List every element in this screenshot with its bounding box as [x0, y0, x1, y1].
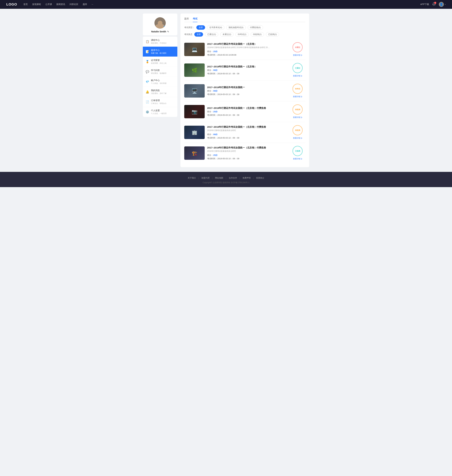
nav-item-discover[interactable]: 发现课程: [32, 3, 41, 6]
menu-text-settings: 个人设置 个人信息、一键管理: [151, 109, 174, 115]
sidebar-item-course-center[interactable]: 📋 课程中心 精彩课程，不容错过: [143, 37, 177, 47]
menu-sub-settings: 个人信息、一键管理: [151, 112, 174, 115]
exam-thumb-6: [184, 146, 205, 160]
status-filter-btn-4[interactable]: 待批阅(2): [251, 32, 264, 37]
exam-right-4: 待批阅 查看详情 ❯: [290, 104, 306, 119]
exam-item-3: 2017–2018年行测证件考试全国统一 得分：99分 考试时间：2019-05…: [184, 81, 306, 101]
exam-score-2: 得分：99分: [207, 69, 287, 72]
tab-bank[interactable]: 题库: [184, 17, 189, 22]
sidebar-menu: 📋 课程中心 精彩课程，不容错过 📝 题库中心 海量习题，助力通关 🏅 证书荣誉…: [143, 37, 177, 117]
exam-detail-link-4[interactable]: 查看详情 ❯: [293, 116, 302, 119]
exam-title-4: 2017–2018年行测证件考试全国统一（北京卷）付费批卷: [207, 107, 287, 110]
exam-detail-link-5[interactable]: 查看详情 ❯: [293, 137, 302, 140]
exam-info-1: 2017–2018年行测证件考试全国统一（北京卷） 2018年行测考试是最值得多…: [207, 43, 287, 56]
nav-item-news[interactable]: 新闻资讯: [56, 3, 65, 6]
status-filter-btn-2[interactable]: 未通过(2): [220, 32, 233, 37]
exam-right-3: 待考试 查看详情 ❯: [290, 84, 306, 98]
menu-sub-question-center: 海量习题，助力通关: [151, 52, 174, 54]
menu-label-course-center: 课程中心: [151, 39, 174, 42]
menu-label-question-center: 题库中心: [151, 49, 174, 52]
menu-text-account-center: 账户中心 个人权益、实时掌握: [151, 79, 174, 84]
nav-item-opencourse[interactable]: 公开课: [45, 3, 52, 6]
sidebar-item-orders[interactable]: 📄 订单管理 订单支出、明明白白: [143, 97, 177, 107]
footer-copyright: Copyright© 云朵商学院 版权所有 京ICP备17051340号-1: [3, 181, 449, 184]
exam-item-5: 2017–2018年行测证件考试全国统一（北京卷）付费批卷 2018年行测考试是…: [184, 122, 306, 143]
exam-right-2: 已通过 查看详情 ❯: [290, 63, 306, 77]
footer-link-2[interactable]: 网站地图: [213, 177, 226, 179]
status-filter-btn-0[interactable]: 全部: [194, 32, 203, 37]
exam-title-2: 2017–2018年行测证件考试全国统一（北京卷）: [207, 65, 287, 68]
exam-info-6: 2017–2018年行测证件考试全国统一（北京卷）付费批卷 2018年行测考试是…: [207, 146, 287, 160]
footer-link-3[interactable]: 合作伙伴: [226, 177, 239, 179]
tab-exam[interactable]: 考试: [193, 17, 197, 22]
sidebar: 🏅 Natalie Smith ✎ 📋 课程中心 精彩课程，不容错过 📝 题库中…: [143, 14, 177, 167]
exam-title-3: 2017–2018年行测证件考试全国统一: [207, 86, 287, 89]
exam-title-5: 2017–2018年行测证件考试全国统一（北京卷）付费批卷: [207, 126, 287, 129]
exam-score-4: 得分：25分: [207, 110, 287, 113]
exam-right-6: 已批阅 查看详情 ❯: [290, 146, 306, 160]
exam-status-stamp-6: 已批阅: [292, 146, 303, 156]
menu-text-course-center: 课程中心 精彩课程，不容错过: [151, 39, 174, 44]
header: LOGO 首页发现课程公开课新闻资讯问答社区题库··· APP下载 1 👤 ▾: [0, 0, 452, 9]
sidebar-item-question-center[interactable]: 📝 题库中心 海量习题，助力通关: [143, 47, 177, 57]
status-filter-label: 考试状态: [184, 33, 193, 36]
sidebar-item-account-center[interactable]: 💎 账户中心 个人权益、实时掌握: [143, 77, 177, 87]
nav-item-more[interactable]: ···: [92, 3, 93, 6]
exam-status-stamp-5: 待批阅: [292, 125, 303, 135]
status-filter-btn-1[interactable]: 已通过(2): [205, 32, 218, 37]
sidebar-item-settings[interactable]: ⚙️ 个人设置 个人信息、一键管理: [143, 107, 177, 117]
header-right: APP下载 1 👤 ▾: [420, 2, 446, 7]
menu-label-account-center: 账户中心: [151, 79, 174, 82]
exam-status-stamp-1: 未通过: [292, 42, 303, 52]
footer-link-5[interactable]: 招贤纳士: [254, 177, 267, 179]
menu-text-messages: 我的消息 消息通知、及时了解: [151, 89, 174, 95]
exam-title-6: 2017–2018年行测证件考试全国统一（北京卷）付费批卷: [207, 146, 287, 149]
exam-status-stamp-3: 待考试: [292, 84, 303, 94]
menu-label-settings: 个人设置: [151, 109, 174, 112]
exam-status-stamp-4: 待批阅: [292, 104, 303, 115]
type-filter-btn-3[interactable]: 付费批卷(6): [248, 25, 263, 30]
type-filter-btn-2[interactable]: 随机抽题考试(5): [226, 25, 246, 30]
menu-label-messages: 我的消息: [151, 89, 174, 92]
user-avatar: 👤: [439, 2, 444, 7]
exam-time-1: 考试时间：2019-05-03 10:09:09: [207, 54, 287, 56]
exam-detail-link-3[interactable]: 查看详情 ❯: [293, 95, 302, 98]
nav-item-questionbank[interactable]: 题库: [83, 3, 87, 6]
type-filter-btn-1[interactable]: 证书类考试(4): [207, 25, 224, 30]
footer-link-1[interactable]: 加盟代理: [199, 177, 212, 179]
menu-sub-study-qa: 课后重温、疑难解答: [151, 72, 174, 75]
nav-item-qa[interactable]: 问答社区: [70, 3, 78, 6]
notification-bell[interactable]: 1: [432, 2, 436, 7]
nav-item-home[interactable]: 首页: [23, 3, 28, 6]
footer-link-0[interactable]: 关于我们: [185, 177, 198, 179]
menu-text-orders: 订单管理 订单支出、明明白白: [151, 99, 174, 105]
profile-edit-icon[interactable]: ✎: [167, 30, 169, 33]
status-filter-btn-3[interactable]: 待考试(2): [235, 32, 249, 37]
menu-icon-orders: 📄: [146, 100, 149, 104]
sidebar-profile: 🏅 Natalie Smith ✎: [143, 14, 177, 35]
menu-sub-course-center: 精彩课程，不容错过: [151, 42, 174, 44]
exam-item-6: 2017–2018年行测证件考试全国统一（北京卷）付费批卷 2018年行测考试是…: [184, 143, 306, 163]
footer-link-4[interactable]: 免费声明: [240, 177, 253, 179]
menu-sub-messages: 消息通知、及时了解: [151, 92, 174, 95]
exam-detail-link-6[interactable]: 查看详情 ❯: [293, 157, 302, 160]
status-filter-btn-5[interactable]: 已批阅(2): [266, 32, 279, 37]
type-filter-btn-0[interactable]: 全部: [196, 25, 205, 30]
exam-item-1: 2017–2018年行测证件考试全国统一（北京卷） 2018年行测考试是最值得多…: [184, 39, 306, 60]
exam-detail-link-2[interactable]: 查看详情 ❯: [293, 75, 302, 77]
app-download-link[interactable]: APP下载: [420, 3, 429, 6]
exam-item-4: 2017–2018年行测证件考试全国统一（北京卷）付费批卷 得分：25分 考试时…: [184, 101, 306, 122]
sidebar-item-messages[interactable]: 🔔 我的消息 消息通知、及时了解: [143, 87, 177, 97]
exam-detail-link-1[interactable]: 查看详情 ❯: [293, 54, 302, 57]
user-menu[interactable]: 👤 ▾: [439, 2, 446, 7]
sidebar-item-certificate[interactable]: 🏅 证书荣誉 收获荣耀，持证上岗: [143, 57, 177, 67]
exam-thumb-4: [184, 105, 205, 118]
menu-icon-course-center: 📋: [146, 40, 149, 43]
logo: LOGO: [6, 2, 17, 7]
type-filter-row: 考试类型： 全部证书类考试(4)随机抽题考试(5)付费批卷(6): [184, 25, 306, 30]
exam-time-2: 考试时间：2019-05-03 10：09：09: [207, 72, 287, 75]
sidebar-item-study-qa[interactable]: 💬 学习问答 课后重温、疑难解答: [143, 67, 177, 77]
menu-icon-study-qa: 💬: [146, 70, 149, 74]
menu-icon-settings: ⚙️: [146, 110, 149, 114]
menu-text-study-qa: 学习问答 课后重温、疑难解答: [151, 69, 174, 75]
